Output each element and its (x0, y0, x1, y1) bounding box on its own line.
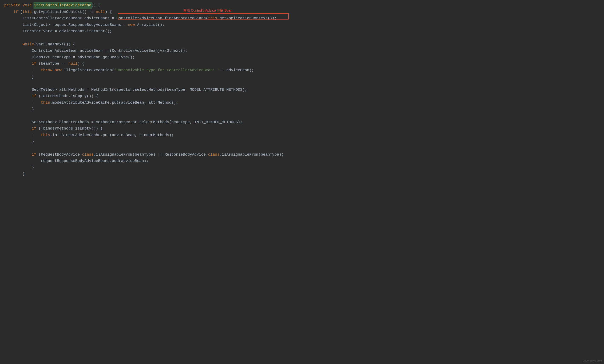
text: (RequestBodyAdvice. (36, 152, 82, 157)
text: .initBinderAdviceCache.put(adviceBean, b… (50, 133, 174, 137)
text (4, 100, 32, 105)
text: () { (91, 3, 101, 7)
kw-new: new (128, 23, 135, 27)
indent-guide: │ (32, 133, 41, 137)
text: .isAssignableFrom(beanType) || ResponseB… (93, 152, 208, 157)
text (4, 126, 32, 131)
text: } (4, 75, 34, 79)
text (4, 133, 32, 137)
text: (!attrMethods.isEmpty()) { (36, 94, 98, 98)
text (4, 152, 32, 157)
kw-throw: throw (41, 68, 52, 72)
text: IllegalStateException( (62, 68, 114, 72)
indent-guide: │ (32, 100, 41, 105)
kw-void: void (23, 3, 32, 7)
string-literal: "Unresolvable type for ControllerAdviceB… (114, 68, 220, 72)
text: + adviceBean); (219, 68, 254, 72)
text: } (4, 172, 25, 176)
kw-class: class (208, 152, 219, 157)
text: Class<?> beanType = adviceBean.getBeanTy… (4, 55, 135, 59)
method-name: initControllerAdviceCache (34, 3, 91, 7)
text: ( (18, 10, 23, 14)
text: } (4, 107, 34, 111)
indent-guide: │ (32, 68, 41, 72)
text: .isAssignableFrom(beanType)) (219, 152, 283, 157)
text: ) { (78, 62, 84, 66)
text: List<ControllerAdviceBean> adviceBeans = (4, 16, 116, 20)
kw-null: null (68, 62, 77, 66)
kw-new: new (55, 68, 62, 72)
kw-if: if (32, 62, 37, 66)
kw-null: null (96, 10, 105, 14)
kw-this: this (41, 100, 50, 105)
text (4, 10, 13, 14)
text: (beanType == (36, 62, 68, 66)
text: (var3.hasNext()) { (34, 42, 75, 46)
text: ) { (105, 10, 112, 14)
kw-if: if (32, 94, 37, 98)
kw-this: this (208, 16, 217, 20)
kw-if: if (32, 152, 37, 157)
text: Set<Method> binderMethods = MethodIntros… (4, 120, 242, 124)
text (4, 62, 32, 66)
text: } (4, 139, 34, 144)
kw-if: if (13, 10, 18, 14)
kw-this: this (23, 10, 32, 14)
text: Iterator var3 = adviceBeans.iterator(); (4, 29, 112, 33)
text: } (4, 165, 34, 170)
text (4, 68, 32, 72)
text: .modelAttributeAdviceCache.put(adviceBea… (50, 100, 178, 105)
text: requestResponseBodyAdviceBeans.add(advic… (4, 159, 149, 163)
text: .getApplicationContext() != (32, 10, 96, 14)
kw-private: private (4, 3, 20, 7)
text (4, 42, 23, 46)
text: (!binderMethods.isEmpty()) { (36, 126, 103, 131)
text: ControllerAdviceBean adviceBean = (Contr… (4, 49, 188, 53)
text: ArrayList(); (135, 23, 164, 27)
kw-if: if (32, 126, 37, 131)
kw-this: this (41, 133, 50, 137)
text: .getApplicationContext()); (217, 16, 277, 20)
boxed-expr: ControllerAdviceBean.findAnnotatedBeans( (116, 16, 208, 20)
kw-class: class (82, 152, 93, 157)
text (4, 94, 32, 98)
kw-while: while (23, 42, 34, 46)
text: List<Object> requestResponseBodyAdviceBe… (4, 23, 128, 27)
text: Set<Method> attrMethods = MethodIntrospe… (4, 88, 247, 92)
code-block: private void initControllerAdviceCache()… (4, 2, 604, 177)
